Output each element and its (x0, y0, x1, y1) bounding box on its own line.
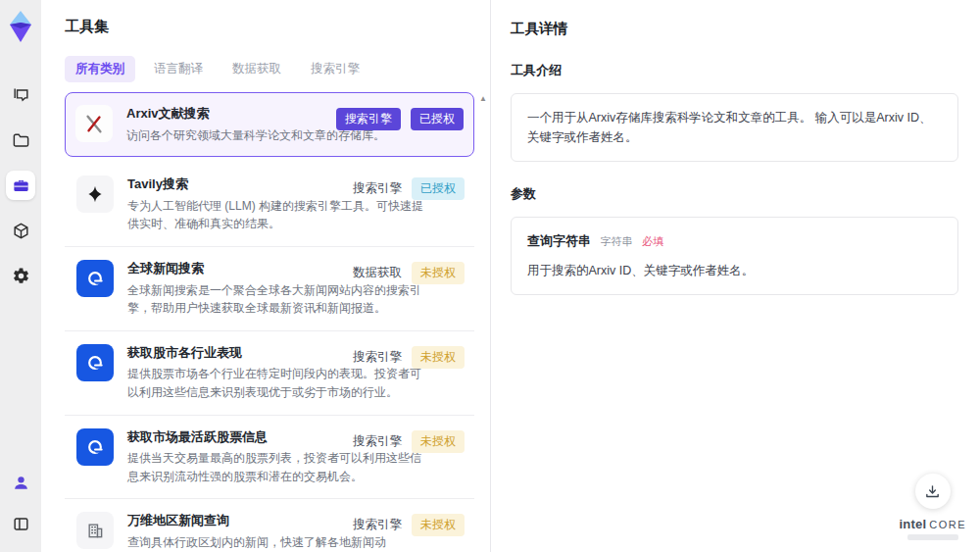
intro-box: 一个用于从Arxiv存储库搜索科学论文和文章的工具。 输入可以是Arxiv ID… (511, 93, 958, 162)
intel-core-logo: intelCORE (899, 517, 966, 531)
tool-card-global-news[interactable]: 全球新闻搜索 全球新闻搜索是一个聚合全球各大新闻网站内容的搜索引擎，帮助用户快速… (65, 247, 474, 331)
status-badge: 已授权 (412, 177, 465, 200)
category-badge: 搜索引擎 (353, 349, 402, 366)
tool-card-arxiv[interactable]: Arxiv文献搜索 访问各个研究领域大量科学论文和文章的存储库。 搜索引擎 已授… (65, 92, 474, 157)
tool-description: 全球新闻搜索是一个聚合全球各大新闻网站内容的搜索引擎，帮助用户快速获取全球最新资… (127, 281, 423, 318)
tab-data-fetch[interactable]: 数据获取 (221, 56, 292, 82)
tab-language-translation[interactable]: 语言翻译 (143, 56, 214, 82)
scroll-up-icon[interactable]: ▲ (478, 94, 488, 103)
panel-toggle-icon[interactable] (6, 509, 35, 538)
status-badge: 未授权 (412, 514, 465, 536)
app-window: 工具集 所有类别 语言翻译 数据获取 搜索引擎 ▲ ▼ A (0, 0, 980, 552)
category-badge: 搜索引擎 (353, 180, 402, 197)
category-badge: 搜索引擎 (353, 433, 402, 450)
list-scrollbar[interactable]: ▲ ▼ (478, 94, 488, 552)
news-globe-icon (76, 260, 114, 297)
tool-description: 提供当天交易量最高的股票列表，投资者可以利用这些信息来识别流动性强的股票和潜在的… (127, 449, 423, 485)
params-section-title: 参数 (511, 185, 958, 203)
chat-icon[interactable] (6, 80, 35, 110)
status-badge: 未授权 (412, 346, 465, 369)
download-button[interactable] (915, 474, 951, 509)
category-badge: 数据获取 (353, 265, 402, 281)
category-tabs: 所有类别 语言翻译 数据获取 搜索引擎 (65, 56, 490, 82)
category-badge: 搜索引擎 (336, 108, 401, 130)
cube-icon[interactable] (6, 216, 35, 245)
status-badge: 已授权 (411, 108, 464, 130)
tool-list-panel: 工具集 所有类别 语言翻译 数据获取 搜索引擎 ▲ ▼ A (41, 0, 490, 552)
page-title: 工具集 (65, 18, 490, 36)
tool-card-most-active-stocks[interactable]: 获取市场最活跃股票信息 提供当天交易量最高的股票列表，投资者可以利用这些信息来识… (65, 416, 474, 500)
param-description: 用于搜索的Arxiv ID、关键字或作者姓名。 (527, 261, 942, 280)
tool-card-tavily[interactable]: Tavily搜索 专为人工智能代理 (LLM) 构建的搜索引擎工具。可快速提供实… (65, 163, 474, 247)
tool-card-sector-performance[interactable]: 获取股市各行业表现 提供股票市场各个行业在特定时间段内的表现。投资者可以利用这些… (65, 331, 474, 416)
param-type: 字符串 (600, 235, 632, 247)
news-globe-icon (76, 344, 114, 381)
app-logo-icon (7, 10, 34, 43)
sparkle-icon (76, 176, 114, 213)
category-badge: 搜索引擎 (353, 517, 402, 533)
tool-details-panel: 工具详情 工具介绍 一个用于从Arxiv存储库搜索科学论文和文章的工具。 输入可… (490, 0, 980, 552)
settings-gear-icon[interactable] (6, 261, 35, 290)
tool-description: 提供股票市场各个行业在特定时间段内的表现。投资者可以利用这些信息来识别表现优于或… (127, 365, 423, 401)
sidebar-rail (0, 0, 41, 552)
tool-card-region-news[interactable]: 万维地区新闻查询 查询具体行政区划内的新闻，快速了解各地新闻动 搜索引擎 未授权 (65, 499, 474, 552)
intel-core-sub-badge (907, 534, 958, 540)
tab-all-categories[interactable]: 所有类别 (65, 56, 135, 82)
param-box: 查询字符串 字符串 必填 用于搜索的Arxiv ID、关键字或作者姓名。 (511, 217, 958, 295)
tool-description: 专为人工智能代理 (LLM) 构建的搜索引擎工具。可快速提供实时、准确和真实的结… (127, 197, 423, 233)
arxiv-logo-icon (75, 105, 113, 142)
corner-widgets: intelCORE (899, 474, 966, 540)
status-badge: 未授权 (412, 430, 465, 453)
details-title: 工具详情 (511, 20, 958, 38)
toolbox-icon[interactable] (6, 171, 35, 200)
user-avatar-icon[interactable] (6, 468, 35, 497)
folder-icon[interactable] (6, 125, 35, 155)
building-icon (76, 512, 114, 549)
status-badge: 未授权 (412, 262, 465, 284)
param-required-flag: 必填 (642, 235, 663, 247)
param-name: 查询字符串 (527, 233, 591, 248)
tool-list: ▲ ▼ Arxiv文献搜索 访问各个研究领域大量科学论文和文章的存储库。 搜索引… (65, 92, 474, 552)
tab-search-engine[interactable]: 搜索引擎 (300, 56, 370, 82)
intro-section-title: 工具介绍 (511, 62, 958, 79)
news-globe-icon (76, 428, 114, 466)
sidebar-nav (6, 80, 35, 290)
